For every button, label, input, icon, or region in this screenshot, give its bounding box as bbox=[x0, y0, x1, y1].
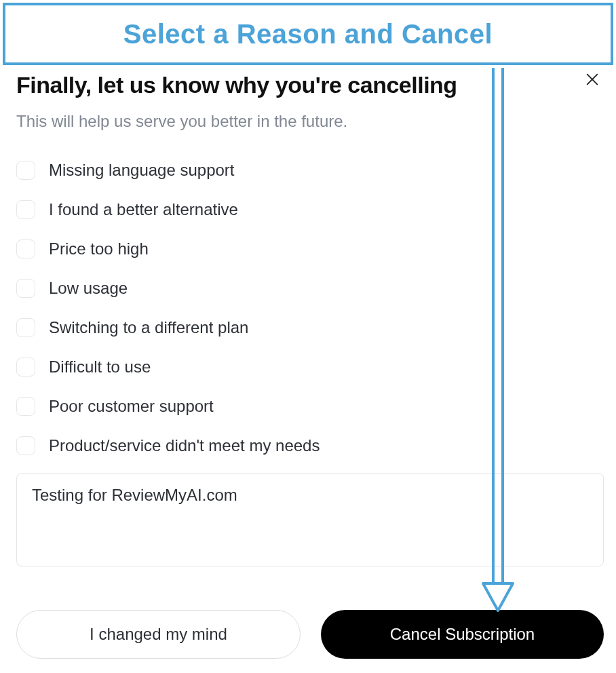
reason-item-difficult-to-use[interactable]: Difficult to use bbox=[16, 358, 604, 377]
close-icon bbox=[585, 72, 600, 87]
checkbox-icon bbox=[16, 436, 35, 455]
reason-item-price-too-high[interactable]: Price too high bbox=[16, 239, 604, 258]
reason-label: Switching to a different plan bbox=[49, 318, 248, 337]
reason-label: Low usage bbox=[49, 279, 128, 298]
reasons-list: Missing language support I found a bette… bbox=[16, 161, 604, 455]
reason-label: Missing language support bbox=[49, 161, 235, 180]
reason-item-missing-language[interactable]: Missing language support bbox=[16, 161, 604, 180]
checkbox-icon bbox=[16, 239, 35, 258]
cancel-dialog: Finally, let us know why you're cancelli… bbox=[16, 71, 604, 659]
checkbox-icon bbox=[16, 279, 35, 298]
feedback-textarea[interactable] bbox=[16, 473, 604, 566]
annotation-banner-text: Select a Reason and Cancel bbox=[123, 19, 493, 50]
checkbox-icon bbox=[16, 200, 35, 219]
annotation-banner: Select a Reason and Cancel bbox=[3, 3, 613, 65]
changed-mind-button[interactable]: I changed my mind bbox=[16, 610, 301, 659]
reason-label: Difficult to use bbox=[49, 358, 151, 377]
reason-item-low-usage[interactable]: Low usage bbox=[16, 279, 604, 298]
dialog-header: Finally, let us know why you're cancelli… bbox=[16, 71, 604, 100]
close-button[interactable] bbox=[582, 69, 602, 90]
checkbox-icon bbox=[16, 161, 35, 180]
checkbox-icon bbox=[16, 397, 35, 416]
cancel-subscription-button[interactable]: Cancel Subscription bbox=[321, 610, 604, 659]
reason-item-switching-plan[interactable]: Switching to a different plan bbox=[16, 318, 604, 337]
checkbox-icon bbox=[16, 318, 35, 337]
reason-item-better-alternative[interactable]: I found a better alternative bbox=[16, 200, 604, 219]
reason-label: Price too high bbox=[49, 239, 149, 258]
dialog-subtitle: This will help us serve you better in th… bbox=[16, 112, 604, 131]
reason-item-didnt-meet-needs[interactable]: Product/service didn't meet my needs bbox=[16, 436, 604, 455]
checkbox-icon bbox=[16, 358, 35, 377]
dialog-actions: I changed my mind Cancel Subscription bbox=[16, 610, 604, 659]
reason-label: Poor customer support bbox=[49, 397, 214, 416]
reason-item-poor-support[interactable]: Poor customer support bbox=[16, 397, 604, 416]
reason-label: I found a better alternative bbox=[49, 200, 238, 219]
dialog-title: Finally, let us know why you're cancelli… bbox=[16, 71, 457, 100]
reason-label: Product/service didn't meet my needs bbox=[49, 436, 320, 455]
